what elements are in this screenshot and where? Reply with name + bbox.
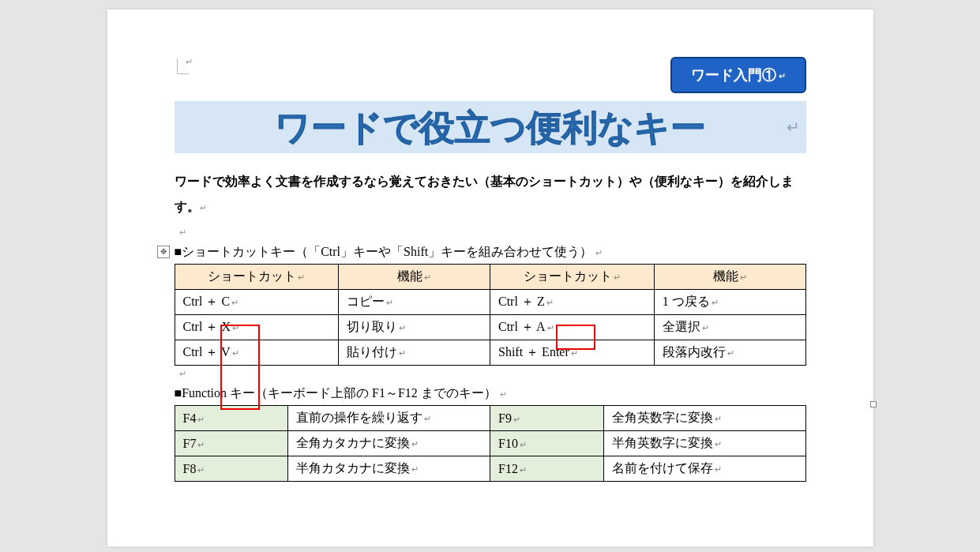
intro-paragraph[interactable]: ワードで効率よく文書を作成するなら覚えておきたい（基本のショートカット）や（便利… xyxy=(175,169,806,220)
paragraph-mark-icon: ↵ xyxy=(200,203,207,212)
table-header-row: ショートカット↵ 機能↵ ショートカット↵ 機能↵ xyxy=(175,265,805,290)
document-page: ↵ ワード入門①↵ ワードで役立つ便利なキー ワードで効率よく文書を作成するなら… xyxy=(107,9,873,546)
paragraph-mark-icon: ↵ xyxy=(779,71,786,81)
col-function: 機能↵ xyxy=(654,265,805,290)
section1-heading-row[interactable]: ✥ ■ショートカットキー（「Ctrl」キーや「Shift」キーを組み合わせて使う… xyxy=(175,244,806,261)
intro-text: ワードで効率よく文書を作成するなら覚えておきたい（基本のショートカット）や（便利… xyxy=(175,175,794,213)
col-shortcut: ショートカット↵ xyxy=(175,265,339,290)
col-shortcut: ショートカット↵ xyxy=(490,265,654,290)
table-row[interactable]: Ctrl ＋ V↵ 貼り付け↵ Shift ＋ Enter↵ 段落内改行↵ xyxy=(175,340,805,366)
table-row[interactable]: F4↵ 直前の操作を繰り返す↵ F9↵ 全角英数字に変換↵ xyxy=(175,406,805,431)
margin-corner-icon xyxy=(177,58,189,74)
table-resize-handle-icon[interactable] xyxy=(870,401,877,407)
shortcut-table[interactable]: ショートカット↵ 機能↵ ショートカット↵ 機能↵ Ctrl ＋ C↵ コピー↵… xyxy=(175,264,806,366)
function-key-table[interactable]: F4↵ 直前の操作を繰り返す↵ F9↵ 全角英数字に変換↵ F7↵ 全角カタカナ… xyxy=(175,405,806,482)
badge-label: ワード入門① xyxy=(691,67,776,83)
section1-heading: ■ショートカットキー（「Ctrl」キーや「Shift」キーを組み合わせて使う） xyxy=(175,245,593,258)
table-row[interactable]: F8↵ 半角カタカナに変換↵ F12↵ 名前を付けて保存↵ xyxy=(175,456,805,482)
paragraph-mark-icon: ↵ xyxy=(179,227,806,238)
col-function: 機能↵ xyxy=(339,265,490,290)
paragraph-mark-icon: ↵ xyxy=(595,248,603,257)
table-row[interactable]: Ctrl ＋ X↵ 切り取り↵ Ctrl ＋ A↵ 全選択↵ xyxy=(175,315,805,340)
paragraph-mark-icon: ↵ xyxy=(500,389,507,399)
page-title: ワードで役立つ便利なキー xyxy=(275,107,706,148)
header-badge: ワード入門①↵ xyxy=(670,57,806,93)
table-move-handle-icon[interactable]: ✥ xyxy=(157,246,170,258)
table-row[interactable]: F7↵ 全角カタカナに変換↵ F10↵ 半角英数字に変換↵ xyxy=(175,431,805,456)
title-block[interactable]: ワードで役立つ便利なキー xyxy=(175,101,806,153)
paragraph-mark-icon: ↵ xyxy=(179,369,806,379)
badge-row: ↵ ワード入門①↵ xyxy=(175,57,806,93)
table-row[interactable]: Ctrl ＋ C↵ コピー↵ Ctrl ＋ Z↵ 1 つ戻る↵ xyxy=(175,290,805,315)
section2-heading-row[interactable]: ■Function キー（キーボード上部の F1～F12 までのキー） ↵ xyxy=(175,385,806,402)
section2-heading: ■Function キー（キーボード上部の F1～F12 までのキー） xyxy=(175,386,497,400)
